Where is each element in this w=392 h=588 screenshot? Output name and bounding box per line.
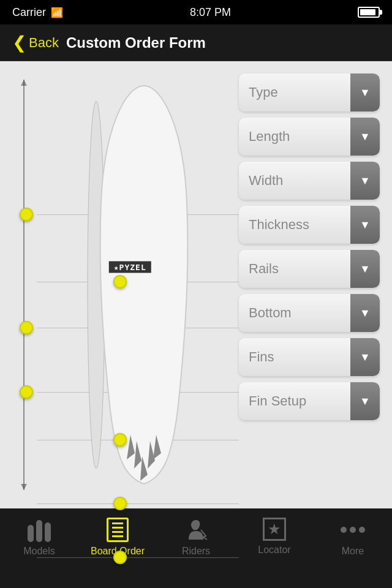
measurement-dot-4 [20, 385, 33, 399]
tab-models-label: Models [23, 546, 55, 557]
measurement-dot-3 [20, 321, 33, 334]
bottom-dropdown[interactable]: Bottom ▼ [239, 294, 380, 332]
thickness-chevron-icon: ▼ [360, 219, 371, 232]
rails-arrow-box: ▼ [350, 250, 380, 288]
type-label: Type [249, 85, 278, 100]
width-dropdown[interactable]: Width ▼ [239, 162, 380, 200]
fin-setup-arrow-box: ▼ [350, 382, 380, 420]
status-right [358, 7, 380, 18]
tab-models[interactable]: Models [0, 518, 78, 557]
more-dot-1 [341, 527, 347, 533]
width-label: Width [249, 173, 283, 189]
more-icon [341, 518, 365, 542]
time-label: 8:07 PM [190, 6, 231, 19]
more-dot-2 [350, 527, 356, 533]
fin-setup-chevron-icon: ▼ [360, 395, 371, 408]
fins-chevron-icon: ▼ [360, 351, 371, 364]
type-chevron-icon: ▼ [360, 86, 371, 99]
tab-locator[interactable]: ★ Locator [235, 518, 314, 556]
tab-bar: Models Board Order Riders ★ Locator More [0, 508, 392, 588]
length-dropdown[interactable]: Length ▼ [239, 118, 380, 156]
board-area: ★PYZEL [0, 61, 239, 508]
board-order-icon [107, 518, 129, 542]
surfboard-image [83, 80, 205, 490]
bottom-chevron-icon: ▼ [360, 307, 371, 320]
rails-label: Rails [249, 261, 279, 277]
more-dot-3 [359, 527, 365, 533]
nav-bar: ❮ Back Custom Order Form [0, 24, 392, 61]
h-line-6 [37, 503, 239, 504]
width-chevron-icon: ▼ [360, 175, 371, 187]
battery-icon [358, 7, 380, 18]
measurement-dot-2 [113, 275, 127, 288]
measurement-dot-7 [113, 551, 127, 564]
battery-fill [360, 9, 375, 15]
fins-dropdown[interactable]: Fins ▼ [239, 338, 380, 376]
wifi-icon: 📶 [51, 7, 63, 18]
riders-icon [184, 518, 208, 542]
fins-label: Fins [249, 349, 274, 365]
type-arrow-box: ▼ [350, 74, 380, 111]
width-arrow-box: ▼ [350, 162, 380, 200]
length-label: Length [249, 129, 290, 145]
rails-dropdown[interactable]: Rails ▼ [239, 250, 380, 288]
fin-setup-label: Fin Setup [249, 393, 306, 409]
page-title: Custom Order Form [66, 34, 206, 51]
rails-chevron-icon: ▼ [360, 263, 371, 276]
tab-locator-label: Locator [258, 545, 290, 556]
status-bar: Carrier 📶 8:07 PM [0, 0, 392, 24]
back-label: Back [29, 35, 59, 51]
brand-logo: ★PYZEL [109, 261, 151, 273]
tab-riders[interactable]: Riders [157, 518, 235, 557]
tab-more[interactable]: More [314, 518, 392, 557]
type-dropdown[interactable]: Type ▼ [239, 74, 380, 111]
thickness-label: Thickness [249, 217, 309, 233]
measurement-dot-5 [113, 433, 127, 447]
models-icon [28, 518, 51, 542]
status-left: Carrier 📶 [12, 6, 63, 19]
locator-star-icon: ★ [268, 521, 281, 538]
main-content: ★PYZEL Type ▼ Length ▼ Width ▼ [0, 61, 392, 508]
bottom-label: Bottom [249, 305, 292, 321]
thickness-dropdown[interactable]: Thickness ▼ [239, 206, 380, 244]
length-chevron-icon: ▼ [360, 130, 371, 143]
h-line-7 [37, 557, 239, 558]
back-chevron-icon: ❮ [12, 34, 26, 51]
tab-more-label: More [342, 546, 364, 557]
v-ruler [23, 80, 24, 490]
dropdowns-panel: Type ▼ Length ▼ Width ▼ Thickness ▼ Rail… [239, 61, 392, 508]
tab-riders-label: Riders [182, 546, 210, 557]
length-arrow-box: ▼ [350, 118, 380, 156]
fins-arrow-box: ▼ [350, 338, 380, 376]
back-button[interactable]: ❮ Back [12, 34, 59, 51]
measurement-dot-6 [113, 497, 127, 510]
fin-setup-dropdown[interactable]: Fin Setup ▼ [239, 382, 380, 420]
bottom-arrow-box: ▼ [350, 294, 380, 332]
thickness-arrow-box: ▼ [350, 206, 380, 244]
measurement-dot-1 [20, 208, 33, 221]
carrier-label: Carrier [12, 6, 46, 19]
locator-icon: ★ [263, 518, 286, 541]
